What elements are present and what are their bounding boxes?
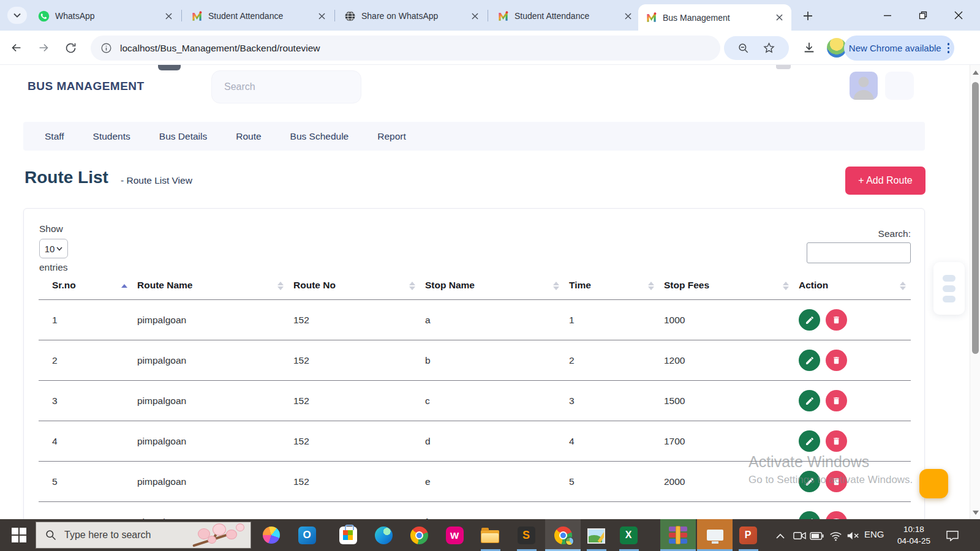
reload-button[interactable] [62,40,78,56]
chrome-icon[interactable] [410,526,428,544]
sublime-text-icon[interactable]: S [517,526,535,544]
microsoft-store-icon[interactable] [339,526,357,544]
trash-icon [832,437,841,446]
file-explorer-icon[interactable] [481,526,499,544]
tab-student-attendance-1[interactable]: Student Attendance [184,5,334,27]
powerpoint-icon[interactable]: P [739,526,757,544]
whatsapp-icon [38,10,50,22]
window-close-button[interactable] [941,0,976,31]
tab-close-icon[interactable] [317,11,326,21]
delete-button[interactable] [826,390,847,411]
cell-stop-fees: 1200 [659,340,794,381]
column-header-stop-name[interactable]: Stop Name [420,272,564,300]
nav-item-bus-schedule[interactable]: Bus Schedule [290,131,349,142]
nav-item-route[interactable]: Route [236,131,261,142]
delete-button[interactable] [826,309,847,331]
forward-button[interactable] [36,40,51,56]
site-search-input[interactable] [211,70,361,103]
edge-icon[interactable] [374,526,393,544]
column-header-route-name[interactable]: Route Name [132,272,288,300]
copilot-icon[interactable] [262,526,281,544]
site-info-icon[interactable] [100,42,112,54]
image-editor-icon[interactable] [587,526,605,544]
tab-search-button[interactable] [7,7,27,24]
notification-center-icon[interactable] [945,528,960,543]
edit-button[interactable] [799,511,820,519]
chrome-update-button[interactable]: New Chrome available [844,36,954,61]
window-restore-button[interactable] [905,0,941,31]
tab-close-icon[interactable] [470,11,480,21]
delete-button[interactable] [826,511,847,519]
attendance-app-icon [497,10,509,22]
language-indicator[interactable]: ENG [864,529,884,539]
scroll-up-arrow[interactable] [973,70,979,75]
cell-route-no: 152 [288,340,420,381]
start-button[interactable] [11,527,27,543]
zoom-icon[interactable] [737,42,750,54]
page-scrollbar[interactable] [970,65,980,519]
column-header-action[interactable]: Action [794,272,911,300]
back-button[interactable] [9,40,24,56]
menu-kebab-icon[interactable] [948,43,950,53]
edit-button[interactable] [799,309,820,331]
taskbar-search-input[interactable] [64,530,187,541]
tab-title: WhatsApp [55,11,158,21]
reload-icon [64,42,77,54]
battery-icon[interactable] [809,528,824,543]
tab-close-icon[interactable] [774,13,784,23]
edit-button[interactable] [799,430,820,452]
winrar-icon [669,526,687,544]
taskbar-search-box[interactable] [36,522,251,549]
header-tile[interactable] [885,72,914,100]
download-button[interactable] [801,40,817,56]
column-header-stop-fees[interactable]: Stop Fees [659,272,794,300]
tab-bus-management[interactable]: Bus Management [638,4,791,31]
delete-button[interactable] [826,350,847,371]
wifi-icon[interactable] [828,528,843,543]
nav-item-report[interactable]: Report [377,131,406,142]
address-bar[interactable]: localhost/Bus_Management/Backend/routevi… [91,36,720,61]
meet-now-icon[interactable] [792,528,807,543]
cell-srno: 1 [39,300,132,340]
edit-button[interactable] [799,350,820,371]
table-search-input[interactable] [807,242,911,263]
display-app[interactable] [697,519,733,551]
user-avatar[interactable] [850,72,878,100]
tab-student-attendance-2[interactable]: Student Attendance [490,5,640,27]
nav-item-students[interactable]: Students [93,131,130,142]
nav-item-bus-details[interactable]: Bus Details [159,131,207,142]
tab-divider [488,10,488,21]
chrome-active-app[interactable] [545,519,581,551]
delete-button[interactable] [826,430,847,452]
scroll-down-arrow[interactable] [973,511,979,515]
bookmark-star-icon[interactable] [763,42,775,54]
nav-item-staff[interactable]: Staff [45,131,64,142]
tab-share-whatsapp[interactable]: Share on WhatsApp [337,5,487,27]
scrollbar-thumb[interactable] [972,82,979,354]
chat-widget-button[interactable] [919,469,948,498]
add-route-button[interactable]: + Add Route [845,167,925,195]
wampserver-icon[interactable]: W [445,526,464,544]
tray-chevron-up-icon[interactable] [773,528,788,543]
outlook-icon[interactable]: O [298,526,316,544]
column-header-srno[interactable]: Sr.no [39,272,132,300]
tab-whatsapp[interactable]: WhatsApp [31,5,181,27]
side-widget-handle[interactable] [933,262,965,315]
page-size-select[interactable]: 10 [39,239,68,258]
taskbar-clock[interactable]: 10:18 04-04-25 [889,523,938,547]
winrar-app[interactable] [660,519,696,551]
volume-muted-icon[interactable] [845,528,860,543]
cell-action [794,340,911,381]
excel-icon[interactable]: X [619,526,638,544]
tab-close-icon[interactable] [623,11,633,21]
new-tab-button[interactable] [800,8,816,24]
edit-button[interactable] [799,390,820,411]
web-page: BUS MANAGEMENT Staff Students Bus Detail… [0,65,980,519]
cell-route-no: 152 [288,421,420,462]
table-search: Search: [807,228,911,263]
column-header-time[interactable]: Time [564,272,659,300]
cell-srno: 6 [39,502,132,520]
column-header-route-no[interactable]: Route No [288,272,420,300]
window-minimize-button[interactable] [870,0,905,31]
tab-close-icon[interactable] [164,11,173,21]
